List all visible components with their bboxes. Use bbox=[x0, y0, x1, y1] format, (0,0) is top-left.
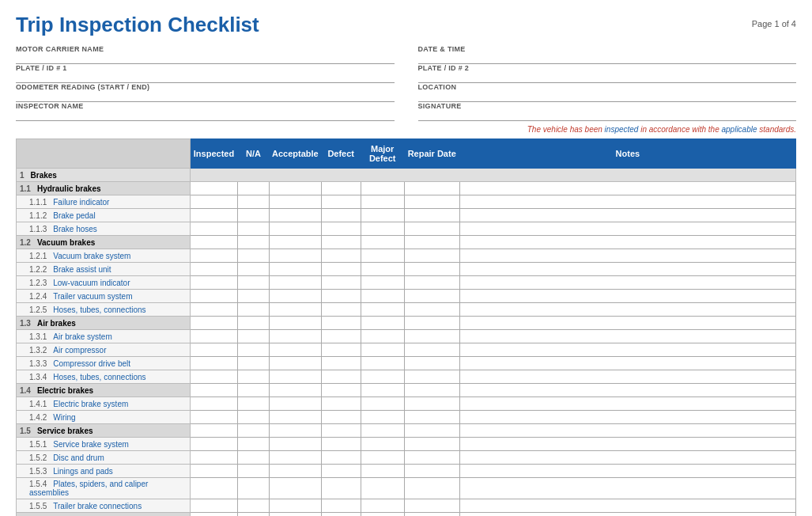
checkbox-cell[interactable] bbox=[321, 424, 361, 438]
checkbox-cell[interactable] bbox=[270, 303, 322, 317]
checkbox-cell[interactable] bbox=[361, 343, 404, 357]
checkbox-cell[interactable] bbox=[361, 276, 404, 290]
checkbox-cell[interactable] bbox=[238, 182, 270, 195]
checkbox-cell[interactable] bbox=[321, 357, 361, 370]
checkbox-cell[interactable] bbox=[238, 249, 270, 263]
checkbox-cell[interactable] bbox=[361, 465, 404, 478]
checkbox-cell[interactable] bbox=[238, 330, 270, 343]
checkbox-cell[interactable] bbox=[404, 384, 459, 397]
checkbox-cell[interactable] bbox=[270, 209, 322, 222]
checkbox-cell[interactable] bbox=[321, 263, 361, 276]
checkbox-cell[interactable] bbox=[191, 249, 238, 263]
checkbox-cell[interactable] bbox=[238, 478, 270, 499]
checkbox-cell[interactable] bbox=[270, 451, 322, 465]
checkbox-cell[interactable] bbox=[321, 411, 361, 424]
checkbox-cell[interactable] bbox=[361, 384, 404, 397]
checkbox-cell[interactable] bbox=[191, 182, 238, 195]
checkbox-cell[interactable] bbox=[191, 343, 238, 357]
checkbox-cell[interactable] bbox=[321, 182, 361, 195]
checkbox-cell[interactable] bbox=[191, 330, 238, 343]
checkbox-cell[interactable] bbox=[459, 195, 795, 209]
checkbox-cell[interactable] bbox=[404, 411, 459, 424]
checkbox-cell[interactable] bbox=[321, 478, 361, 499]
checkbox-cell[interactable] bbox=[404, 317, 459, 330]
checkbox-cell[interactable] bbox=[191, 222, 238, 236]
checkbox-cell[interactable] bbox=[238, 357, 270, 370]
checkbox-cell[interactable] bbox=[191, 276, 238, 290]
checkbox-cell[interactable] bbox=[270, 317, 322, 330]
checkbox-cell[interactable] bbox=[238, 290, 270, 303]
checkbox-cell[interactable] bbox=[270, 263, 322, 276]
checkbox-cell[interactable] bbox=[191, 411, 238, 424]
checkbox-cell[interactable] bbox=[191, 263, 238, 276]
checkbox-cell[interactable] bbox=[361, 513, 404, 517]
checkbox-cell[interactable] bbox=[191, 465, 238, 478]
checkbox-cell[interactable] bbox=[270, 424, 322, 438]
checkbox-cell[interactable] bbox=[270, 478, 322, 499]
checkbox-cell[interactable] bbox=[459, 222, 795, 236]
checkbox-cell[interactable] bbox=[238, 397, 270, 411]
checkbox-cell[interactable] bbox=[191, 303, 238, 317]
checkbox-cell[interactable] bbox=[238, 370, 270, 384]
checkbox-cell[interactable] bbox=[238, 499, 270, 513]
checkbox-cell[interactable] bbox=[404, 222, 459, 236]
checkbox-cell[interactable] bbox=[270, 195, 322, 209]
checkbox-cell[interactable] bbox=[404, 330, 459, 343]
checkbox-cell[interactable] bbox=[459, 317, 795, 330]
checkbox-cell[interactable] bbox=[270, 499, 322, 513]
checkbox-cell[interactable] bbox=[361, 317, 404, 330]
checkbox-cell[interactable] bbox=[270, 236, 322, 249]
checkbox-cell[interactable] bbox=[238, 209, 270, 222]
field-value-odometer[interactable] bbox=[16, 91, 395, 102]
checkbox-cell[interactable] bbox=[270, 330, 322, 343]
checkbox-cell[interactable] bbox=[459, 343, 795, 357]
checkbox-cell[interactable] bbox=[361, 195, 404, 209]
checkbox-cell[interactable] bbox=[191, 195, 238, 209]
checkbox-cell[interactable] bbox=[459, 290, 795, 303]
field-value-location[interactable] bbox=[418, 91, 797, 102]
checkbox-cell[interactable] bbox=[459, 478, 795, 499]
checkbox-cell[interactable] bbox=[404, 513, 459, 517]
checkbox-cell[interactable] bbox=[321, 384, 361, 397]
checkbox-cell[interactable] bbox=[238, 451, 270, 465]
checkbox-cell[interactable] bbox=[459, 451, 795, 465]
checkbox-cell[interactable] bbox=[459, 424, 795, 438]
checkbox-cell[interactable] bbox=[321, 370, 361, 384]
checkbox-cell[interactable] bbox=[270, 438, 322, 451]
checkbox-cell[interactable] bbox=[404, 343, 459, 357]
checkbox-cell[interactable] bbox=[270, 249, 322, 263]
checkbox-cell[interactable] bbox=[321, 397, 361, 411]
checkbox-cell[interactable] bbox=[270, 465, 322, 478]
checkbox-cell[interactable] bbox=[191, 438, 238, 451]
checkbox-cell[interactable] bbox=[361, 182, 404, 195]
checkbox-cell[interactable] bbox=[238, 276, 270, 290]
checkbox-cell[interactable] bbox=[361, 303, 404, 317]
checkbox-cell[interactable] bbox=[459, 276, 795, 290]
checkbox-cell[interactable] bbox=[191, 478, 238, 499]
checkbox-cell[interactable] bbox=[321, 276, 361, 290]
field-value-plate1[interactable] bbox=[16, 72, 395, 83]
checkbox-cell[interactable] bbox=[361, 236, 404, 249]
checkbox-cell[interactable] bbox=[238, 263, 270, 276]
checkbox-cell[interactable] bbox=[191, 384, 238, 397]
checkbox-cell[interactable] bbox=[191, 236, 238, 249]
checkbox-cell[interactable] bbox=[361, 424, 404, 438]
checkbox-cell[interactable] bbox=[321, 222, 361, 236]
checkbox-cell[interactable] bbox=[238, 513, 270, 517]
checkbox-cell[interactable] bbox=[459, 370, 795, 384]
checkbox-cell[interactable] bbox=[459, 411, 795, 424]
field-value-inspector[interactable] bbox=[16, 110, 395, 121]
checkbox-cell[interactable] bbox=[238, 384, 270, 397]
checkbox-cell[interactable] bbox=[270, 182, 322, 195]
checkbox-cell[interactable] bbox=[404, 263, 459, 276]
checkbox-cell[interactable] bbox=[361, 263, 404, 276]
checkbox-cell[interactable] bbox=[404, 182, 459, 195]
checkbox-cell[interactable] bbox=[270, 370, 322, 384]
checkbox-cell[interactable] bbox=[321, 249, 361, 263]
checkbox-cell[interactable] bbox=[361, 290, 404, 303]
checkbox-cell[interactable] bbox=[361, 249, 404, 263]
checkbox-cell[interactable] bbox=[321, 195, 361, 209]
checkbox-cell[interactable] bbox=[459, 236, 795, 249]
checkbox-cell[interactable] bbox=[270, 397, 322, 411]
field-value-motor-carrier[interactable] bbox=[16, 53, 395, 64]
